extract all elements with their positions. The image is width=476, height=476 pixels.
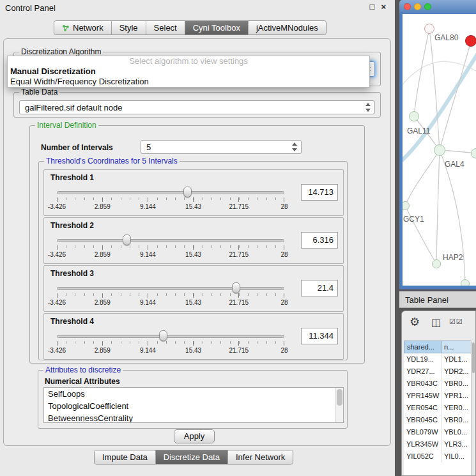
network-node[interactable] (424, 24, 434, 34)
cell[interactable]: YBL079W (404, 426, 441, 438)
network-node[interactable] (461, 279, 470, 286)
control-panel-window: Control Panel □ × Network Style Select C… (0, 0, 395, 476)
slider-track[interactable] (57, 335, 284, 338)
network-node[interactable] (432, 259, 441, 268)
threshold-slider[interactable]: -3.426 2.859 9.144 15.43 21.715 28 (57, 282, 284, 311)
table-toolbar: ⚙ ◫ ☑☑ (402, 311, 475, 337)
threshold-slider[interactable]: -3.426 2.859 9.144 15.43 21.715 28 (57, 330, 284, 358)
slider-knob[interactable] (123, 234, 131, 245)
threshold-label: Threshold 3 (50, 269, 94, 278)
node-label: GAL80 (434, 33, 458, 42)
tick-label: -3.426 (48, 347, 66, 354)
tick-label: 2.859 (95, 203, 111, 210)
table-row[interactable]: YBR045CYBR0... (404, 414, 472, 426)
table-row[interactable]: YER054CYER0... (404, 402, 472, 414)
list-item[interactable]: SelfLoops (44, 388, 343, 400)
slider-knob[interactable] (183, 187, 192, 197)
table-row[interactable]: YDL19...YDL1... (404, 353, 472, 365)
apply-button[interactable]: Apply (174, 429, 215, 443)
cell[interactable]: YER054C (404, 402, 441, 414)
tab-jactivemnodules[interactable]: jActiveMNodules (249, 21, 326, 35)
cell[interactable]: YBR0... (441, 414, 472, 426)
cell[interactable]: YDL1... (441, 353, 472, 365)
network-window-titlebar[interactable] (399, 0, 476, 14)
tab-label: jActiveMNodules (256, 23, 318, 33)
cell[interactable]: YLR3... (441, 438, 472, 450)
list-item[interactable]: TopologicalCoefficient (44, 400, 343, 412)
tab-style[interactable]: Style (112, 21, 146, 35)
threshold-value-field[interactable]: 6.316 (301, 232, 338, 249)
tick-label: -3.426 (48, 203, 66, 210)
cell[interactable]: YDL19... (404, 353, 441, 365)
tab-select[interactable]: Select (146, 21, 185, 35)
cell[interactable]: YBR043C (404, 378, 441, 390)
scrollbar-thumb[interactable] (337, 389, 342, 406)
table-header-row: shared... n... (404, 341, 472, 353)
slider-track[interactable] (57, 287, 284, 290)
network-icon (62, 24, 70, 32)
cell[interactable]: YLR345W (404, 438, 441, 450)
zoom-button[interactable] (424, 3, 431, 10)
cell[interactable]: YBL0... (441, 426, 472, 438)
float-window-icon[interactable]: □ (370, 2, 375, 12)
cell[interactable]: YDR27... (404, 365, 441, 378)
tab-impute-data[interactable]: Impute Data (95, 450, 156, 464)
network-node[interactable] (434, 144, 445, 156)
tab-network[interactable]: Network (54, 21, 112, 35)
network-node[interactable] (409, 111, 419, 121)
column-header-name[interactable]: n... (441, 341, 472, 353)
tick-label: 2.859 (95, 347, 111, 354)
slider-track[interactable] (57, 239, 284, 242)
tick-label: 21.715 (229, 203, 249, 210)
dropdown-option-manual[interactable]: Manual Discretization (8, 66, 369, 77)
threshold-slider[interactable]: -3.426 2.859 9.144 15.43 21.715 28 (57, 234, 284, 263)
column-header-shared-name[interactable]: shared... (404, 341, 441, 353)
table-row[interactable]: YBL079WYBL0... (404, 426, 472, 438)
select-columns-icon[interactable]: ☑☑ (449, 318, 463, 326)
threshold-slider[interactable]: -3.426 2.859 9.144 15.43 21.715 28 (57, 187, 284, 215)
threshold-value-field[interactable]: 14.713 (301, 184, 338, 201)
tick-label: -3.426 (48, 251, 66, 258)
tick-label: 9.144 (140, 203, 156, 210)
tick-label: 28 (280, 251, 288, 258)
cell[interactable]: YBR045C (404, 414, 441, 426)
cell[interactable]: YER0... (441, 402, 472, 414)
cell[interactable]: YDR2... (441, 365, 472, 378)
network-canvas[interactable]: GAL80 GAL11 GAL4 GCY1 HAP2 (403, 14, 476, 286)
network-node-selected[interactable] (465, 35, 476, 47)
table-row[interactable]: YBR043CYBR0... (404, 378, 472, 390)
table-row[interactable]: YPR145WYPR1... (404, 390, 472, 402)
scrollbar-thumb[interactable] (472, 342, 475, 373)
table-row[interactable]: YDR27...YDR2... (404, 365, 472, 378)
tick-label: -3.426 (48, 299, 66, 306)
list-scrollbar[interactable] (335, 388, 343, 422)
num-intervals-select[interactable]: 5 (141, 140, 302, 154)
cell[interactable]: YBR0... (441, 378, 472, 390)
slider-knob[interactable] (159, 330, 167, 341)
cell[interactable]: YIL052C (404, 450, 441, 463)
tab-discretize-data[interactable]: Discretize Data (156, 450, 228, 464)
tab-cyni-toolbox[interactable]: Cyni Toolbox (185, 21, 249, 35)
table-scrollbar[interactable] (471, 341, 475, 475)
table-row[interactable]: YIL052CYIL0... (404, 450, 472, 463)
threshold-value-field[interactable]: 11.344 (301, 328, 338, 344)
attributes-list[interactable]: SelfLoops TopologicalCoefficient Between… (43, 387, 344, 423)
tick-label: 15.43 (185, 299, 201, 306)
slider-knob[interactable] (232, 282, 240, 293)
tab-infer-network[interactable]: Infer Network (228, 450, 293, 464)
dropdown-option-equal-width[interactable]: Equal Width/Frequency Discretization (8, 77, 369, 87)
cell[interactable]: YPR1... (441, 390, 472, 402)
minimize-button[interactable] (414, 3, 421, 10)
columns-icon[interactable]: ◫ (431, 316, 441, 328)
group-label: Discretization Algorithm (19, 47, 103, 56)
table-data-select[interactable]: galFiltered.sif default node (19, 100, 375, 114)
close-button[interactable] (404, 3, 411, 10)
threshold-value-field[interactable]: 21.4 (301, 280, 338, 296)
cell[interactable]: YPR145W (404, 390, 441, 402)
cell[interactable]: YIL0... (441, 450, 472, 463)
list-item[interactable]: BetweennessCentrality (44, 412, 343, 423)
slider-track[interactable] (57, 191, 284, 194)
close-icon[interactable]: × (381, 2, 386, 12)
gear-icon[interactable]: ⚙ (410, 315, 420, 329)
table-row[interactable]: YLR345WYLR3... (404, 438, 472, 450)
